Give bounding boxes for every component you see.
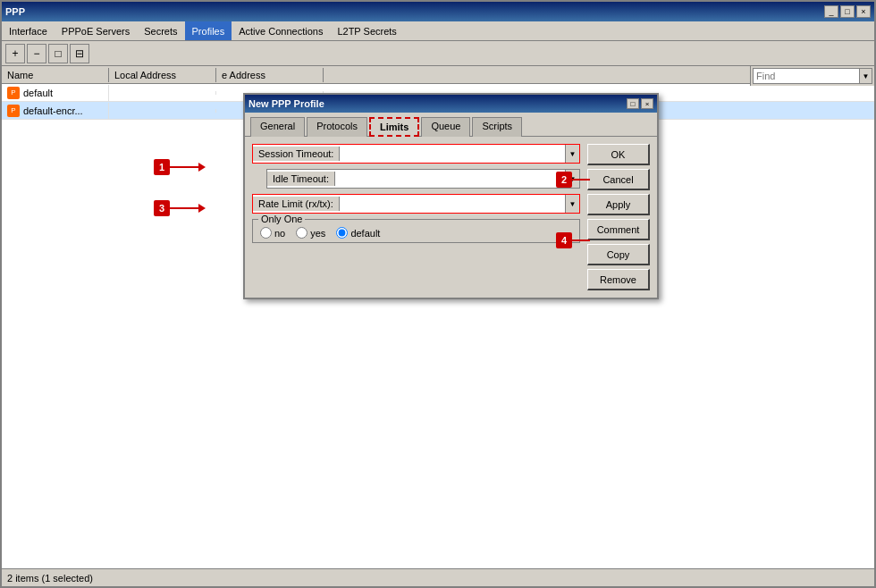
filter-button[interactable]: ⊟ — [70, 44, 89, 63]
radio-group: no yes default — [260, 223, 572, 239]
comment-button[interactable]: Comment — [587, 219, 650, 240]
annotation-badge-1: 1 — [154, 159, 170, 175]
only-one-group: Only One no yes — [252, 219, 580, 243]
toolbar: + − □ ⊟ — [2, 41, 874, 66]
title-bar-buttons: _ □ × — [824, 5, 871, 18]
main-window: PPP _ □ × Interface PPPoE Servers Secret… — [0, 0, 876, 588]
new-ppp-profile-dialog: New PPP Profile □ × General Protocols Li… — [243, 93, 659, 299]
only-one-legend: Only One — [258, 214, 305, 224]
dialog-maximize-button[interactable]: □ — [627, 98, 639, 109]
session-timeout-field: Session Timeout: ▼ — [252, 144, 580, 164]
dialog-title-text: New PPP Profile — [248, 98, 324, 109]
dialog-overlay: New PPP Profile □ × General Protocols Li… — [2, 66, 874, 568]
rate-limit-field: Rate Limit (rx/tx): ▼ — [252, 194, 580, 214]
session-timeout-label: Session Timeout: — [253, 147, 340, 161]
title-bar: PPP _ □ × — [2, 2, 874, 21]
radio-no-input[interactable] — [260, 227, 272, 239]
status-bar: 2 items (1 selected) — [2, 568, 874, 586]
radio-yes[interactable]: yes — [296, 227, 325, 239]
session-timeout-arrow[interactable]: ▼ — [565, 145, 579, 163]
annotation-badge-2: 2 — [556, 172, 572, 188]
copy-button[interactable]: Copy — [587, 244, 650, 265]
edit-button[interactable]: □ — [48, 44, 68, 63]
ok-button[interactable]: OK — [587, 144, 650, 165]
maximize-button[interactable]: □ — [840, 5, 855, 18]
rate-limit-label: Rate Limit (rx/tx): — [253, 197, 340, 211]
radio-no[interactable]: no — [260, 227, 285, 239]
form-area: Session Timeout: ▼ Idle Timeout: ▼ — [252, 144, 580, 290]
tab-bar: General Protocols Limits Queue Scripts — [245, 113, 657, 137]
close-button[interactable]: × — [856, 5, 871, 18]
rate-limit-arrow[interactable]: ▼ — [565, 195, 579, 213]
cancel-button[interactable]: Cancel — [587, 169, 650, 190]
content-area: Name Local Address e Address P default P… — [2, 66, 874, 568]
menu-bar: Interface PPPoE Servers Secrets Profiles… — [2, 21, 874, 41]
tab-protocols[interactable]: Protocols — [307, 117, 367, 137]
add-button[interactable]: + — [5, 44, 25, 63]
tab-general[interactable]: General — [250, 117, 305, 137]
tab-queue[interactable]: Queue — [421, 117, 470, 137]
remove-button[interactable]: Remove — [587, 269, 650, 290]
menu-active-connections[interactable]: Active Connections — [232, 21, 330, 40]
tab-scripts[interactable]: Scripts — [472, 117, 522, 137]
dialog-body: Session Timeout: ▼ Idle Timeout: ▼ — [245, 137, 657, 298]
session-timeout-input[interactable] — [340, 145, 565, 163]
app-title: PPP — [5, 6, 25, 17]
menu-pppoe-servers[interactable]: PPPoE Servers — [55, 21, 137, 40]
apply-button[interactable]: Apply — [587, 194, 650, 215]
radio-default[interactable]: default — [336, 227, 380, 239]
radio-default-input[interactable] — [336, 227, 348, 239]
tab-limits[interactable]: Limits — [369, 117, 419, 137]
minimize-button[interactable]: _ — [824, 5, 838, 18]
annotation-badge-3: 3 — [154, 200, 170, 216]
action-buttons: OK Cancel Apply Comment Copy Remove — [587, 144, 650, 290]
dialog-close-button[interactable]: × — [641, 98, 653, 109]
status-text: 2 items (1 selected) — [7, 573, 93, 584]
rate-limit-input[interactable] — [340, 195, 565, 213]
dialog-title-buttons: □ × — [627, 98, 653, 109]
menu-l2tp-secrets[interactable]: L2TP Secrets — [330, 21, 403, 40]
remove-button[interactable]: − — [27, 44, 46, 63]
idle-timeout-input[interactable] — [335, 170, 565, 188]
dialog-title: New PPP Profile □ × — [245, 95, 657, 113]
idle-timeout-label: Idle Timeout: — [267, 172, 335, 186]
radio-yes-input[interactable] — [296, 227, 307, 239]
menu-secrets[interactable]: Secrets — [137, 21, 184, 40]
menu-profiles[interactable]: Profiles — [185, 21, 232, 40]
annotation-badge-4: 4 — [556, 232, 572, 248]
idle-timeout-field: Idle Timeout: ▼ — [266, 169, 580, 189]
menu-interface[interactable]: Interface — [2, 21, 55, 40]
